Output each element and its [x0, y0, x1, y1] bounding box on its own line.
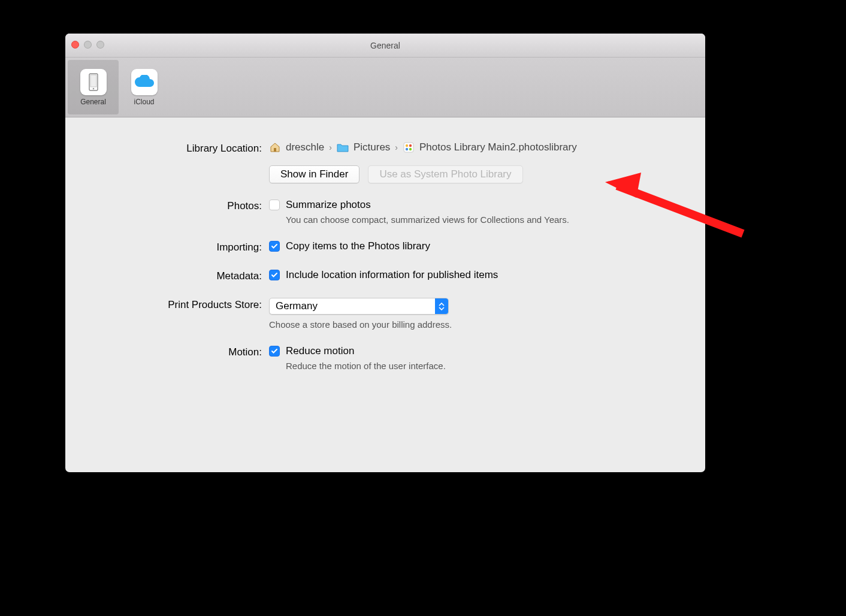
titlebar: General — [65, 34, 705, 58]
home-folder-icon — [269, 143, 281, 152]
reduce-motion-checkbox[interactable] — [269, 346, 280, 357]
row-store: Print Products Store: Germany Choose a s… — [101, 298, 669, 330]
summarize-photos-label: Summarize photos — [286, 199, 371, 211]
label-library-location: Library Location: — [101, 141, 269, 155]
label-importing: Importing: — [101, 240, 269, 253]
content: Library Location: dreschle › Pictures › — [65, 117, 705, 410]
pictures-folder-icon — [337, 143, 349, 152]
show-in-finder-button[interactable]: Show in Finder — [269, 165, 359, 183]
store-hint: Choose a store based on your billing add… — [269, 319, 669, 330]
copy-items-checkbox[interactable] — [269, 241, 280, 252]
window-title: General — [370, 41, 400, 50]
use-as-system-library-button: Use as System Photo Library — [368, 165, 522, 183]
label-metadata: Metadata: — [101, 269, 269, 282]
tab-general[interactable]: General — [68, 60, 119, 114]
row-metadata: Metadata: Include location information f… — [101, 269, 669, 282]
row-photos: Photos: Summarize photos You can choose … — [101, 199, 669, 225]
svg-rect-1 — [90, 75, 96, 87]
svg-point-2 — [92, 87, 94, 89]
row-motion: Motion: Reduce motion Reduce the motion … — [101, 345, 669, 371]
tab-icloud[interactable]: iCloud — [119, 58, 170, 117]
tab-general-label: General — [80, 98, 106, 106]
breadcrumb-item[interactable]: dreschle — [286, 141, 324, 153]
store-select-value: Germany — [270, 298, 435, 314]
close-button[interactable] — [71, 41, 79, 49]
breadcrumb: dreschle › Pictures › Photos Library Mai… — [269, 141, 669, 153]
svg-point-7 — [406, 148, 408, 150]
svg-rect-4 — [404, 143, 413, 152]
summarize-photos-hint: You can choose compact, summarized views… — [286, 215, 669, 225]
svg-rect-3 — [274, 148, 276, 152]
photos-library-icon — [403, 143, 415, 152]
tab-icloud-label: iCloud — [134, 98, 154, 106]
label-motion: Motion: — [101, 345, 269, 358]
icloud-icon — [131, 69, 158, 95]
reduce-motion-label: Reduce motion — [286, 345, 354, 357]
summarize-photos-checkbox[interactable] — [269, 200, 280, 210]
include-location-checkbox[interactable] — [269, 270, 280, 280]
general-icon — [80, 69, 107, 95]
include-location-label: Include location information for publish… — [286, 269, 498, 281]
preferences-window: General General iCloud Library Loc — [65, 34, 705, 472]
row-importing: Importing: Copy items to the Photos libr… — [101, 240, 669, 253]
label-store: Print Products Store: — [101, 298, 269, 311]
chevron-right-icon: › — [329, 143, 332, 152]
breadcrumb-item[interactable]: Pictures — [353, 141, 390, 153]
row-library-location: Library Location: dreschle › Pictures › — [101, 141, 669, 183]
minimize-button[interactable] — [84, 41, 92, 49]
copy-items-label: Copy items to the Photos library — [286, 240, 430, 252]
svg-point-5 — [406, 144, 408, 147]
svg-point-6 — [409, 144, 412, 147]
chevron-up-down-icon — [435, 298, 448, 314]
reduce-motion-hint: Reduce the motion of the user interface. — [286, 361, 669, 371]
label-photos: Photos: — [101, 199, 269, 212]
zoom-button[interactable] — [96, 41, 104, 49]
chevron-right-icon: › — [395, 143, 398, 152]
toolbar: General iCloud — [65, 58, 705, 117]
svg-point-8 — [409, 148, 412, 150]
window-controls — [71, 41, 104, 49]
breadcrumb-item[interactable]: Photos Library Main2.photoslibrary — [419, 141, 577, 153]
store-select[interactable]: Germany — [269, 298, 449, 315]
